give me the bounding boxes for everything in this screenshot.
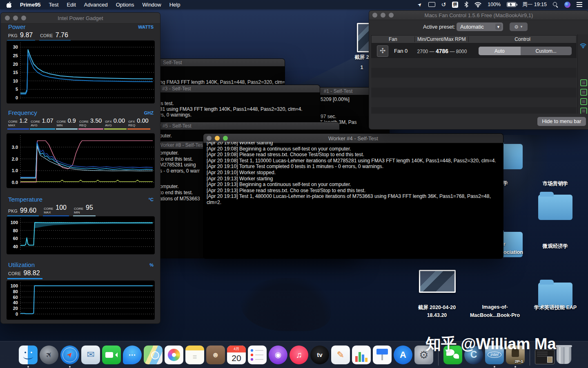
custom-button[interactable]: Custom...	[521, 47, 572, 55]
dock-calendar-icon[interactable]: 4月20	[227, 346, 246, 364]
fan-rpm: 2700 — 4786 — 8000	[414, 48, 470, 54]
log-fragment: omputer.	[160, 150, 179, 156]
gear-button[interactable]: ⚙▼	[510, 22, 528, 31]
desktop-folder-label[interactable]: Images-of-	[466, 304, 523, 310]
dock-reminders-icon[interactable]	[248, 346, 267, 364]
svg-text:25: 25	[13, 53, 18, 58]
desktop-folder-label[interactable]: r	[503, 241, 506, 247]
pages-glyph: ✎	[337, 350, 344, 359]
dock-notes-icon[interactable]: ≡	[185, 346, 204, 364]
menu-test[interactable]: Test	[45, 2, 63, 8]
display-icon[interactable]	[428, 2, 435, 7]
desktop-icon-label[interactable]: 截屏 2020-04-20	[408, 304, 466, 311]
time-machine-icon[interactable]: ↺	[441, 1, 446, 8]
dock-keynote-icon[interactable]	[373, 346, 392, 364]
apple-menu[interactable]	[0, 2, 16, 8]
status-items: ➤ ↺ 拼 100% 周一 19:15	[418, 1, 588, 8]
auto-button[interactable]: Auto	[479, 47, 521, 55]
search-icon[interactable]	[553, 2, 558, 7]
preset-dropdown[interactable]: Automatic ▼	[457, 22, 503, 31]
desktop-folder-label[interactable]: 学术英语技能 EAP	[523, 304, 588, 311]
window-intel-power-gadget[interactable]: Intel Power Gadget PowerWATTSPKG9.87CORE…	[0, 12, 160, 324]
close-button[interactable]	[372, 13, 377, 18]
dock-finder-icon[interactable]	[19, 346, 38, 364]
notification-center-icon[interactable]	[577, 2, 582, 3]
window-title: Worker #4 - Self-Test	[328, 135, 378, 141]
stat-core-max: COREMAX1.2	[7, 117, 29, 130]
battery-percent[interactable]: 100%	[488, 2, 501, 7]
menu-edit[interactable]: Edit	[62, 2, 80, 8]
launchpad-glyph: ✈	[44, 350, 54, 360]
location-icon[interactable]: ➤	[416, 1, 423, 8]
mfc-titlebar[interactable]: Macs Fan Control 1.5.6 Free (MacBookAir9…	[369, 11, 588, 20]
dock-mail-icon[interactable]: ✉	[81, 346, 100, 364]
dock-appstore-icon[interactable]: A	[394, 346, 412, 364]
svg-text:40: 40	[13, 244, 18, 249]
dock-music-icon[interactable]: ♫	[290, 346, 308, 364]
window-worker4-self-test[interactable]: Worker #4 - Self-Test [Apr 20 19:08] Wor…	[203, 133, 503, 259]
stat-gfx-req: GFXREQ0.00	[127, 117, 150, 130]
log-line: [Apr 20 19:08] Beginning a continuous se…	[207, 146, 501, 152]
clock[interactable]: 周一 19:15	[522, 1, 547, 8]
svg-text:100: 100	[11, 220, 18, 225]
input-source-icon[interactable]: 拼	[452, 2, 458, 8]
bluetooth-icon[interactable]	[464, 2, 468, 7]
dock-facetime-icon[interactable]	[102, 346, 121, 364]
svg-text:20: 20	[13, 306, 18, 311]
minimize-button[interactable]	[381, 13, 385, 18]
calendar-month: 4月	[227, 346, 246, 352]
desktop-folder-label[interactable]: 市场营销学	[527, 180, 584, 187]
siri-icon[interactable]	[564, 2, 570, 8]
dock-launchpad-icon[interactable]: ✈	[40, 346, 58, 364]
menu-prime95[interactable]: Prime95	[16, 2, 45, 8]
svg-text:100: 100	[11, 283, 18, 288]
close-button[interactable]	[5, 16, 10, 20]
desktop-folder-label[interactable]: 微观经济学	[527, 243, 584, 250]
desktop-folder-label[interactable]: ociation	[503, 249, 523, 255]
dock-numbers-icon[interactable]	[352, 346, 371, 364]
dock-maps-icon[interactable]	[144, 346, 163, 364]
prime95-glyph: 2P-1	[515, 359, 523, 364]
column-fan[interactable]: Fan	[372, 36, 415, 42]
battery-icon[interactable]	[507, 2, 516, 7]
dock-messages-icon[interactable]: ⋯	[123, 346, 142, 364]
dock-podcasts-icon[interactable]: ◉	[269, 346, 287, 364]
menu-bar: Prime95TestEditAdvancedOptionsWindowHelp…	[0, 0, 588, 9]
close-button[interactable]	[207, 136, 212, 141]
column-rpm[interactable]: Min/Current/Max RPM	[415, 36, 469, 42]
zoom-button[interactable]	[389, 13, 394, 18]
menu-help[interactable]: Help	[165, 2, 185, 8]
desktop-icon-label[interactable]: 18.43.20	[408, 312, 466, 318]
dock-photos-icon[interactable]	[165, 346, 183, 364]
fan-row[interactable]: ✣ Fan 0 2700 — 4786 — 8000 Auto Custom..…	[371, 43, 577, 58]
svg-text:0.0: 0.0	[12, 180, 18, 185]
log-line: [Apr 20 19:08] Please read stress.txt. C…	[207, 152, 501, 158]
dock-appletv-icon[interactable]: tv	[310, 346, 329, 364]
gadget-titlebar[interactable]: Intel Power Gadget	[1, 13, 160, 24]
window-macs-fan-control[interactable]: Macs Fan Control 1.5.6 Free (MacBookAir9…	[369, 10, 588, 130]
cpu-sensor-icon	[580, 79, 587, 86]
menu-window[interactable]: Window	[138, 2, 165, 8]
dock-contacts-icon[interactable]: ☻	[206, 346, 225, 364]
desktop-folder-marketing[interactable]	[538, 195, 572, 220]
column-control[interactable]: Control	[469, 36, 576, 42]
hide-to-menu-bar-button[interactable]: Hide to menu bar	[537, 117, 586, 126]
minimize-button[interactable]	[215, 136, 220, 141]
svg-text:5: 5	[16, 87, 18, 92]
wifi-icon[interactable]	[474, 2, 481, 7]
svg-text:60: 60	[13, 295, 18, 300]
dock-trash-icon[interactable]	[557, 346, 571, 364]
zoom-button[interactable]	[223, 136, 228, 141]
zoom-button[interactable]	[21, 16, 26, 20]
section-title: Frequency	[8, 109, 37, 116]
menu-options[interactable]: Options	[112, 2, 138, 8]
log-fragment: 97 sec.	[321, 114, 336, 119]
music-glyph: ♫	[296, 350, 302, 359]
dock-safari-icon[interactable]: ➤	[60, 346, 79, 364]
minimize-button[interactable]	[13, 16, 18, 20]
desktop-icon-screenshot-2020[interactable]	[419, 270, 456, 293]
dock-pages-icon[interactable]: ✎	[331, 346, 350, 364]
menu-advanced[interactable]: Advanced	[80, 2, 112, 8]
section-unit: °C	[149, 197, 154, 202]
desktop-folder-label[interactable]: MacBook...Book-Pro	[458, 312, 532, 318]
